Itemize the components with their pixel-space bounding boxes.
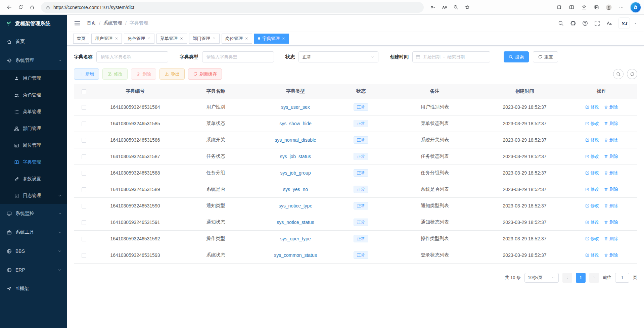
header-search-button[interactable]: [558, 20, 564, 26]
search-button[interactable]: 搜索: [504, 51, 529, 62]
sidebar-item-dict-management[interactable]: 字典管理: [0, 154, 67, 171]
prev-page-button[interactable]: [562, 273, 572, 283]
row-checkbox[interactable]: [82, 253, 86, 258]
row-checkbox[interactable]: [82, 138, 86, 143]
split-screen-button[interactable]: [566, 2, 577, 13]
row-delete-button[interactable]: 删除: [604, 236, 618, 242]
refresh-cache-button[interactable]: 刷新缓存: [188, 68, 222, 80]
sidebar-item-log-management[interactable]: 日志管理: [0, 187, 67, 204]
close-icon[interactable]: [212, 37, 216, 40]
font-size-button[interactable]: [606, 20, 612, 26]
row-edit-button[interactable]: 修改: [585, 186, 599, 192]
sidebar-logo[interactable]: 意框架管理系统: [0, 15, 67, 32]
row-delete-button[interactable]: 删除: [604, 219, 618, 225]
tab-dict-management[interactable]: 字典管理: [254, 34, 289, 44]
sidebar-item-system-management[interactable]: 系统管理: [0, 51, 67, 70]
date-range-picker[interactable]: 开始日期 - 结束日期: [412, 51, 490, 62]
dict-type-input[interactable]: [202, 51, 274, 62]
select-all-checkbox[interactable]: [82, 89, 86, 94]
breadcrumb-item[interactable]: 首页: [87, 20, 96, 26]
sidebar-item-user-management[interactable]: 用户管理: [0, 70, 67, 87]
tab-user-management[interactable]: 用户管理: [91, 34, 122, 44]
tab-post-management[interactable]: 岗位管理: [222, 34, 252, 44]
dict-type-link[interactable]: sys_oper_type: [280, 236, 311, 241]
current-page[interactable]: 1: [576, 273, 586, 283]
profile-button[interactable]: [603, 2, 614, 13]
status-select[interactable]: 正常: [298, 51, 378, 62]
refresh-table-button[interactable]: [627, 69, 637, 79]
sidebar-item-menu-management[interactable]: 菜单管理: [0, 103, 67, 120]
dict-type-link[interactable]: sys_show_hide: [279, 121, 312, 126]
extensions-button[interactable]: [553, 2, 565, 13]
row-edit-button[interactable]: 修改: [585, 252, 599, 258]
collections-button[interactable]: [591, 2, 602, 13]
favorites-button[interactable]: [578, 2, 590, 13]
sidebar-item-post-management[interactable]: 岗位管理: [0, 137, 67, 154]
row-delete-button[interactable]: 删除: [604, 104, 618, 110]
dict-type-link[interactable]: sys_job_status: [280, 154, 311, 159]
tab-dept-management[interactable]: 部门管理: [189, 34, 220, 44]
row-delete-button[interactable]: 删除: [604, 252, 618, 258]
toggle-search-button[interactable]: [613, 69, 624, 79]
zoom-button[interactable]: [450, 2, 461, 13]
sidebar-item-erp[interactable]: ERP: [0, 261, 67, 279]
github-button[interactable]: [570, 20, 576, 26]
copilot-icon[interactable]: b: [631, 2, 641, 12]
edit-button[interactable]: 修改: [102, 68, 128, 80]
dict-type-link[interactable]: sys_notice_status: [277, 220, 314, 225]
add-button[interactable]: 新增: [74, 68, 99, 80]
tab-home[interactable]: 首页: [73, 34, 89, 44]
password-key-button[interactable]: [427, 2, 439, 13]
row-delete-button[interactable]: 删除: [604, 203, 618, 209]
row-delete-button[interactable]: 删除: [604, 137, 618, 143]
row-edit-button[interactable]: 修改: [585, 219, 599, 225]
close-icon[interactable]: [180, 37, 183, 40]
row-delete-button[interactable]: 删除: [604, 153, 618, 159]
row-checkbox[interactable]: [82, 204, 86, 208]
row-edit-button[interactable]: 修改: [585, 137, 599, 143]
tab-role-management[interactable]: 角色管理: [124, 34, 154, 44]
row-checkbox[interactable]: [82, 122, 86, 126]
dict-type-link[interactable]: sys_job_group: [280, 170, 311, 176]
close-icon[interactable]: [147, 37, 151, 40]
row-checkbox[interactable]: [82, 187, 86, 192]
reset-button[interactable]: 重置: [533, 51, 558, 62]
row-edit-button[interactable]: 修改: [585, 170, 599, 176]
row-delete-button[interactable]: 删除: [604, 121, 618, 127]
row-edit-button[interactable]: 修改: [585, 203, 599, 209]
help-button[interactable]: [582, 20, 588, 26]
caret-down-icon[interactable]: [634, 21, 637, 25]
tab-menu-management[interactable]: 菜单管理: [156, 34, 187, 44]
page-size-select[interactable]: 10条/页: [524, 273, 559, 283]
row-delete-button[interactable]: 删除: [604, 170, 618, 176]
dict-type-link[interactable]: sys_user_sex: [281, 104, 310, 110]
breadcrumb-item[interactable]: 系统管理: [103, 20, 122, 26]
browser-home-button[interactable]: [26, 2, 38, 13]
next-page-button[interactable]: [589, 273, 599, 283]
browser-menu-button[interactable]: [615, 2, 627, 13]
read-aloud-button[interactable]: [439, 2, 450, 13]
dict-type-link[interactable]: sys_yes_no: [283, 187, 308, 192]
dict-name-input[interactable]: [96, 51, 168, 62]
close-icon[interactable]: [282, 37, 285, 40]
row-edit-button[interactable]: 修改: [585, 153, 599, 159]
delete-button[interactable]: 删除: [131, 68, 156, 80]
row-edit-button[interactable]: 修改: [585, 121, 599, 127]
sidebar-item-yi-framework[interactable]: Yi框架: [0, 279, 67, 298]
row-checkbox[interactable]: [82, 105, 86, 110]
sidebar-toggle-icon[interactable]: [74, 20, 81, 27]
close-icon[interactable]: [114, 37, 118, 40]
row-delete-button[interactable]: 删除: [604, 186, 618, 192]
sidebar-item-system-tools[interactable]: 系统工具: [0, 223, 67, 242]
browser-refresh-button[interactable]: [15, 2, 26, 13]
favorite-add-button[interactable]: [461, 2, 473, 13]
row-checkbox[interactable]: [82, 237, 86, 241]
sidebar-item-home[interactable]: 首页: [0, 32, 67, 51]
row-edit-button[interactable]: 修改: [585, 104, 599, 110]
user-avatar-logo[interactable]: YJ: [618, 17, 630, 29]
row-checkbox[interactable]: [82, 171, 86, 176]
row-checkbox[interactable]: [82, 154, 86, 159]
sidebar-item-system-monitor[interactable]: 系统监控: [0, 204, 67, 223]
dict-type-link[interactable]: sys_common_status: [274, 252, 317, 258]
dict-type-link[interactable]: sys_normal_disable: [275, 137, 316, 143]
